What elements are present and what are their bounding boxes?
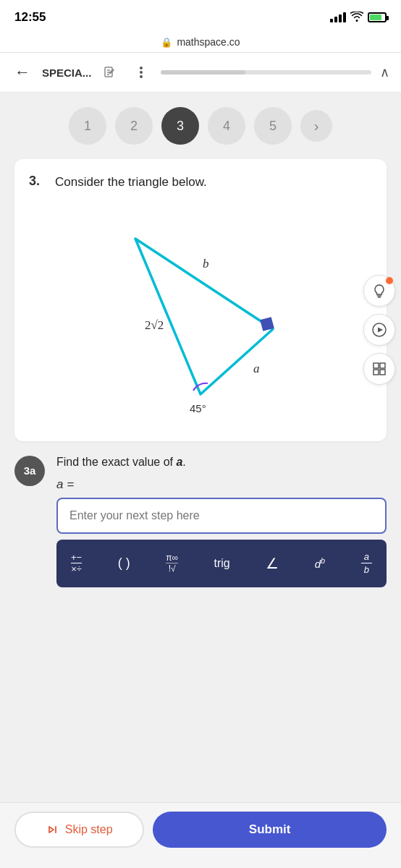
lightbulb-icon: [371, 283, 387, 299]
math-key-ops[interactable]: +− ×÷: [65, 548, 88, 578]
svg-marker-16: [378, 328, 383, 333]
play-button[interactable]: [363, 314, 395, 346]
status-icons: [330, 12, 387, 24]
part-content: Find the exact value of a. a = +− ×÷ ( ): [56, 456, 387, 587]
math-key-parens[interactable]: ( ): [112, 551, 136, 575]
submit-button[interactable]: Submit: [153, 812, 387, 848]
step-5-button[interactable]: 5: [254, 107, 292, 145]
battery-icon: [368, 12, 387, 22]
step-next-button[interactable]: ›: [300, 110, 332, 142]
nav-title: SPECIA...: [42, 67, 91, 79]
svg-point-4: [140, 67, 143, 69]
main-content: 3. Consider the triangle below. b 2√2: [0, 159, 401, 602]
part-badge: 3a: [14, 456, 45, 486]
svg-rect-18: [380, 363, 385, 368]
grid-button[interactable]: [363, 353, 395, 385]
svg-text:2√2: 2√2: [145, 318, 164, 332]
svg-point-6: [140, 75, 143, 78]
hint-button[interactable]: [363, 275, 395, 307]
wifi-icon: [350, 12, 363, 24]
step-1-button[interactable]: 1: [69, 107, 106, 145]
status-time: 12:55: [14, 10, 46, 25]
status-bar: 12:55: [0, 0, 401, 32]
back-button[interactable]: ←: [12, 63, 33, 82]
math-key-misc[interactable]: π∞ !√: [160, 549, 184, 577]
collapse-button[interactable]: ∧: [380, 64, 389, 80]
skip-icon: [46, 823, 59, 836]
lock-icon: 🔒: [161, 37, 172, 48]
svg-point-5: [140, 71, 143, 74]
svg-rect-19: [373, 370, 379, 375]
math-key-fraction[interactable]: a b: [355, 547, 378, 580]
question-card: 3. Consider the triangle below. b 2√2: [14, 159, 387, 441]
step-3-button[interactable]: 3: [161, 107, 199, 145]
skip-button[interactable]: Skip step: [14, 812, 144, 848]
url-text: mathspace.co: [177, 36, 240, 48]
math-key-trig[interactable]: trig: [208, 553, 236, 574]
progress-fill: [161, 70, 245, 75]
svg-rect-20: [380, 370, 385, 375]
progress-bar: [161, 70, 371, 75]
diagram-box: b 2√2 a 45°: [29, 203, 372, 434]
triangle-diagram: b 2√2 a 45°: [96, 217, 305, 420]
battery-fill: [370, 14, 381, 20]
side-panel: [363, 275, 395, 385]
svg-rect-17: [373, 363, 379, 368]
answer-input[interactable]: [56, 498, 387, 534]
step-2-button[interactable]: 2: [115, 107, 153, 145]
part-3a-row: 3a Find the exact value of a. a = +− ×÷: [14, 456, 387, 587]
step-dots: 1 2 3 4 5 ›: [0, 93, 401, 159]
question-text: Consider the triangle below.: [55, 174, 207, 191]
svg-text:a: a: [253, 362, 260, 375]
nav-edit-button[interactable]: [100, 61, 122, 83]
part-question: Find the exact value of a.: [56, 456, 387, 469]
browser-bar: 🔒 mathspace.co: [0, 32, 401, 53]
question-header: 3. Consider the triangle below.: [29, 174, 372, 191]
equation-line: a =: [56, 477, 387, 492]
edit-icon: [103, 64, 119, 80]
dots-vertical-icon: [133, 64, 149, 80]
top-nav: ← SPECIA... ∧: [0, 53, 401, 93]
grid-icon: [371, 361, 387, 377]
step-4-button[interactable]: 4: [208, 107, 245, 145]
svg-text:45°: 45°: [190, 402, 206, 414]
question-number: 3.: [29, 174, 46, 189]
play-icon: [371, 322, 387, 338]
math-key-power[interactable]: db: [309, 552, 331, 574]
svg-text:b: b: [203, 257, 209, 271]
bottom-nav: Skip step Submit: [0, 802, 401, 868]
nav-menu-button[interactable]: [130, 61, 152, 83]
math-keyboard: +− ×÷ ( ) π∞ !√ trig: [56, 540, 387, 587]
math-key-angle[interactable]: ∠: [260, 550, 284, 576]
signal-bars-icon: [330, 12, 346, 22]
